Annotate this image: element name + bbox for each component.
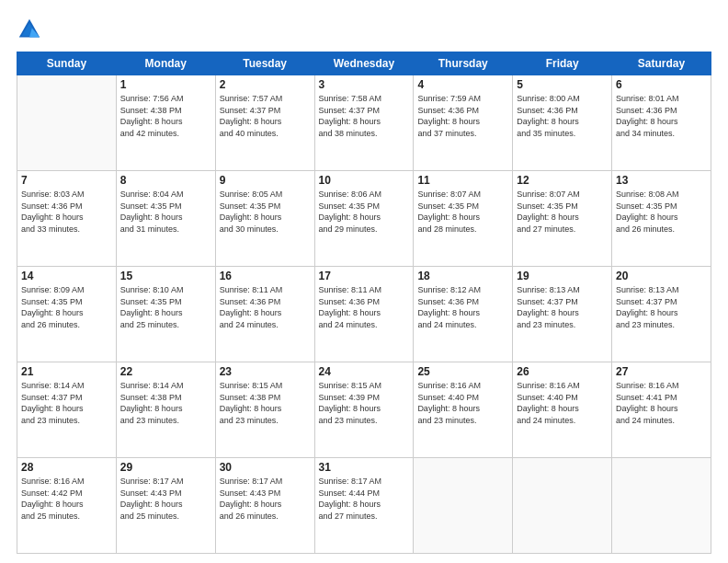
day-info: Sunrise: 8:17 AM Sunset: 4:43 PM Dayligh… — [120, 476, 211, 522]
weekday-header: Saturday — [612, 52, 711, 75]
calendar-cell: 16Sunrise: 8:11 AM Sunset: 4:36 PM Dayli… — [215, 267, 314, 362]
day-number: 16 — [220, 270, 311, 282]
calendar-cell — [17, 75, 117, 171]
calendar-week-row: 7Sunrise: 8:03 AM Sunset: 4:36 PM Daylig… — [17, 171, 711, 267]
calendar-cell: 23Sunrise: 8:15 AM Sunset: 4:38 PM Dayli… — [215, 362, 314, 458]
calendar-header-row: SundayMondayTuesdayWednesdayThursdayFrid… — [17, 52, 711, 75]
page: SundayMondayTuesdayWednesdayThursdayFrid… — [0, 0, 728, 563]
calendar-cell: 20Sunrise: 8:13 AM Sunset: 4:37 PM Dayli… — [612, 267, 711, 362]
day-info: Sunrise: 8:13 AM Sunset: 4:37 PM Dayligh… — [517, 284, 608, 330]
day-number: 14 — [21, 270, 112, 282]
day-info: Sunrise: 8:16 AM Sunset: 4:41 PM Dayligh… — [616, 380, 707, 426]
day-info: Sunrise: 8:14 AM Sunset: 4:38 PM Dayligh… — [120, 380, 211, 426]
day-number: 15 — [120, 270, 211, 282]
day-info: Sunrise: 8:16 AM Sunset: 4:40 PM Dayligh… — [417, 380, 508, 426]
calendar-cell: 30Sunrise: 8:17 AM Sunset: 4:43 PM Dayli… — [215, 458, 314, 554]
calendar-cell: 4Sunrise: 7:59 AM Sunset: 4:36 PM Daylig… — [414, 75, 513, 171]
day-number: 17 — [319, 270, 410, 282]
day-info: Sunrise: 8:03 AM Sunset: 4:36 PM Dayligh… — [21, 189, 112, 235]
calendar-cell: 29Sunrise: 8:17 AM Sunset: 4:43 PM Dayli… — [116, 458, 215, 554]
day-number: 21 — [21, 365, 112, 378]
day-info: Sunrise: 8:10 AM Sunset: 4:35 PM Dayligh… — [120, 284, 211, 330]
day-info: Sunrise: 8:06 AM Sunset: 4:35 PM Dayligh… — [319, 189, 410, 235]
day-info: Sunrise: 7:56 AM Sunset: 4:38 PM Dayligh… — [120, 93, 211, 139]
day-number: 5 — [517, 78, 608, 91]
weekday-header: Friday — [513, 52, 612, 75]
calendar-cell: 22Sunrise: 8:14 AM Sunset: 4:38 PM Dayli… — [116, 362, 215, 458]
day-number: 22 — [120, 365, 211, 378]
day-info: Sunrise: 8:14 AM Sunset: 4:37 PM Dayligh… — [21, 380, 112, 426]
calendar-cell: 18Sunrise: 8:12 AM Sunset: 4:36 PM Dayli… — [414, 267, 513, 362]
calendar-cell: 21Sunrise: 8:14 AM Sunset: 4:37 PM Dayli… — [17, 362, 117, 458]
day-number: 23 — [220, 365, 311, 378]
calendar-cell: 7Sunrise: 8:03 AM Sunset: 4:36 PM Daylig… — [17, 171, 117, 267]
weekday-header: Tuesday — [215, 52, 314, 75]
calendar-cell: 31Sunrise: 8:17 AM Sunset: 4:44 PM Dayli… — [314, 458, 414, 554]
day-number: 6 — [616, 78, 707, 91]
day-number: 20 — [616, 270, 707, 282]
day-number: 26 — [517, 365, 608, 378]
calendar-week-row: 28Sunrise: 8:16 AM Sunset: 4:42 PM Dayli… — [17, 458, 711, 554]
weekday-header: Sunday — [17, 52, 117, 75]
day-number: 10 — [319, 174, 410, 187]
day-info: Sunrise: 7:57 AM Sunset: 4:37 PM Dayligh… — [220, 93, 311, 139]
day-number: 9 — [220, 174, 311, 187]
day-info: Sunrise: 8:04 AM Sunset: 4:35 PM Dayligh… — [120, 189, 211, 235]
day-number: 12 — [517, 174, 608, 187]
day-info: Sunrise: 8:16 AM Sunset: 4:42 PM Dayligh… — [21, 476, 112, 522]
day-info: Sunrise: 7:59 AM Sunset: 4:36 PM Dayligh… — [417, 93, 508, 139]
day-number: 18 — [417, 270, 508, 282]
calendar-cell: 14Sunrise: 8:09 AM Sunset: 4:35 PM Dayli… — [17, 267, 117, 362]
day-number: 4 — [417, 78, 508, 91]
weekday-header: Wednesday — [314, 52, 414, 75]
day-info: Sunrise: 8:15 AM Sunset: 4:39 PM Dayligh… — [319, 380, 410, 426]
day-info: Sunrise: 8:01 AM Sunset: 4:36 PM Dayligh… — [616, 93, 707, 139]
day-info: Sunrise: 7:58 AM Sunset: 4:37 PM Dayligh… — [319, 93, 410, 139]
calendar-cell: 25Sunrise: 8:16 AM Sunset: 4:40 PM Dayli… — [414, 362, 513, 458]
day-number: 24 — [319, 365, 410, 378]
calendar-cell: 9Sunrise: 8:05 AM Sunset: 4:35 PM Daylig… — [215, 171, 314, 267]
day-number: 7 — [21, 174, 112, 187]
day-info: Sunrise: 8:07 AM Sunset: 4:35 PM Dayligh… — [417, 189, 508, 235]
day-number: 25 — [417, 365, 508, 378]
day-number: 1 — [120, 78, 211, 91]
day-info: Sunrise: 8:05 AM Sunset: 4:35 PM Dayligh… — [220, 189, 311, 235]
day-info: Sunrise: 8:07 AM Sunset: 4:35 PM Dayligh… — [517, 189, 608, 235]
day-info: Sunrise: 8:11 AM Sunset: 4:36 PM Dayligh… — [220, 284, 311, 330]
calendar-week-row: 21Sunrise: 8:14 AM Sunset: 4:37 PM Dayli… — [17, 362, 711, 458]
calendar-cell: 2Sunrise: 7:57 AM Sunset: 4:37 PM Daylig… — [215, 75, 314, 171]
calendar-cell: 27Sunrise: 8:16 AM Sunset: 4:41 PM Dayli… — [612, 362, 711, 458]
day-info: Sunrise: 8:12 AM Sunset: 4:36 PM Dayligh… — [417, 284, 508, 330]
day-info: Sunrise: 8:13 AM Sunset: 4:37 PM Dayligh… — [616, 284, 707, 330]
day-info: Sunrise: 8:09 AM Sunset: 4:35 PM Dayligh… — [21, 284, 112, 330]
calendar-cell: 24Sunrise: 8:15 AM Sunset: 4:39 PM Dayli… — [314, 362, 414, 458]
weekday-header: Thursday — [414, 52, 513, 75]
day-number: 2 — [220, 78, 311, 91]
day-number: 11 — [417, 174, 508, 187]
day-info: Sunrise: 8:17 AM Sunset: 4:44 PM Dayligh… — [319, 476, 410, 522]
day-info: Sunrise: 8:11 AM Sunset: 4:36 PM Dayligh… — [319, 284, 410, 330]
calendar-week-row: 14Sunrise: 8:09 AM Sunset: 4:35 PM Dayli… — [17, 267, 711, 362]
day-number: 3 — [319, 78, 410, 91]
calendar-table: SundayMondayTuesdayWednesdayThursdayFrid… — [17, 52, 711, 554]
day-number: 8 — [120, 174, 211, 187]
day-number: 31 — [319, 461, 410, 474]
calendar-cell: 26Sunrise: 8:16 AM Sunset: 4:40 PM Dayli… — [513, 362, 612, 458]
calendar-cell: 28Sunrise: 8:16 AM Sunset: 4:42 PM Dayli… — [17, 458, 117, 554]
weekday-header: Monday — [116, 52, 215, 75]
calendar-cell: 17Sunrise: 8:11 AM Sunset: 4:36 PM Dayli… — [314, 267, 414, 362]
day-info: Sunrise: 8:17 AM Sunset: 4:43 PM Dayligh… — [220, 476, 311, 522]
calendar-cell: 13Sunrise: 8:08 AM Sunset: 4:35 PM Dayli… — [612, 171, 711, 267]
calendar-cell: 10Sunrise: 8:06 AM Sunset: 4:35 PM Dayli… — [314, 171, 414, 267]
calendar-cell — [612, 458, 711, 554]
day-number: 29 — [120, 461, 211, 474]
day-info: Sunrise: 8:16 AM Sunset: 4:40 PM Dayligh… — [517, 380, 608, 426]
logo-icon — [17, 17, 42, 42]
day-number: 30 — [220, 461, 311, 474]
day-number: 27 — [616, 365, 707, 378]
calendar-week-row: 1Sunrise: 7:56 AM Sunset: 4:38 PM Daylig… — [17, 75, 711, 171]
day-info: Sunrise: 8:15 AM Sunset: 4:38 PM Dayligh… — [220, 380, 311, 426]
calendar-cell: 19Sunrise: 8:13 AM Sunset: 4:37 PM Dayli… — [513, 267, 612, 362]
header — [17, 17, 711, 42]
day-info: Sunrise: 8:08 AM Sunset: 4:35 PM Dayligh… — [616, 189, 707, 235]
